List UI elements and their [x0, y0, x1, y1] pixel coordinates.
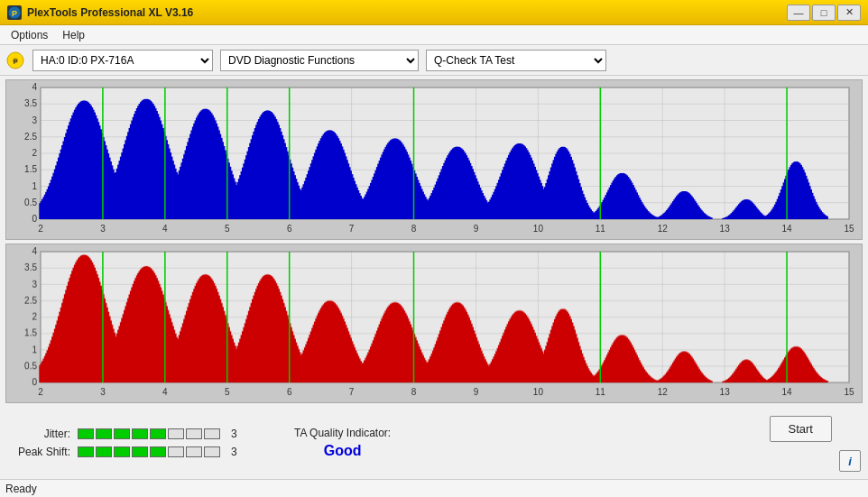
ta-quality-panel: TA Quality Indicator: Good: [294, 427, 391, 459]
maximize-button[interactable]: □: [812, 5, 836, 21]
main-content: [0, 76, 868, 407]
peakshift-meter: [78, 446, 220, 457]
meter-segment: [168, 428, 184, 439]
ta-quality-label: TA Quality Indicator:: [294, 427, 391, 439]
minimize-button[interactable]: —: [787, 5, 810, 21]
meter-segment: [114, 446, 130, 457]
bottom-panel: Jitter: 3 Peak Shift: 3 TA Quality Indic…: [0, 407, 868, 479]
meter-segment: [186, 446, 202, 457]
function-select[interactable]: DVD Diagnostic Functions: [220, 50, 419, 71]
start-button[interactable]: Start: [770, 416, 832, 442]
jitter-row: Jitter: 3: [7, 428, 260, 440]
drive-select[interactable]: HA:0 ID:0 PX-716A: [32, 50, 213, 71]
menu-help[interactable]: Help: [55, 27, 92, 43]
peakshift-label: Peak Shift:: [7, 446, 70, 458]
meter-segment: [114, 428, 130, 439]
status-text: Ready: [5, 483, 37, 495]
status-bar: Ready: [0, 479, 868, 497]
menubar: Options Help: [0, 25, 868, 45]
titlebar-left: P PlexTools Professional XL V3.16: [7, 5, 193, 20]
meter-segment: [78, 428, 94, 439]
svg-text:P: P: [12, 9, 17, 18]
jitter-value: 3: [231, 428, 237, 440]
meter-segment: [132, 446, 148, 457]
close-button[interactable]: ✕: [837, 5, 861, 21]
jitter-label: Jitter:: [7, 428, 70, 440]
jitter-meter: [78, 428, 220, 439]
meter-segment: [96, 428, 112, 439]
toolbar: P HA:0 ID:0 PX-716A DVD Diagnostic Funct…: [0, 45, 868, 76]
meter-segment: [150, 428, 166, 439]
info-button[interactable]: i: [839, 450, 861, 472]
meter-segment: [168, 446, 184, 457]
metrics-panel: Jitter: 3 Peak Shift: 3: [7, 428, 260, 458]
meter-segment: [132, 428, 148, 439]
meter-segment: [78, 446, 94, 457]
meter-segment: [204, 428, 220, 439]
meter-segment: [150, 446, 166, 457]
top-chart-canvas: [6, 80, 862, 239]
peakshift-row: Peak Shift: 3: [7, 446, 260, 458]
window-title: PlexTools Professional XL V3.16: [27, 6, 193, 19]
menu-options[interactable]: Options: [4, 27, 55, 43]
test-select[interactable]: Q-Check TA Test: [426, 50, 606, 71]
svg-text:P: P: [14, 59, 18, 65]
app-icon: P: [7, 5, 22, 20]
meter-segment: [204, 446, 220, 457]
meter-segment: [96, 446, 112, 457]
bottom-chart: [5, 244, 863, 404]
meter-segment: [186, 428, 202, 439]
titlebar: P PlexTools Professional XL V3.16 — □ ✕: [0, 0, 868, 25]
window-controls: — □ ✕: [787, 5, 861, 21]
top-chart: [5, 79, 863, 240]
drive-icon: P: [5, 51, 25, 70]
bottom-chart-canvas: [6, 244, 862, 403]
ta-quality-value: Good: [324, 443, 362, 459]
peakshift-value: 3: [231, 446, 237, 458]
